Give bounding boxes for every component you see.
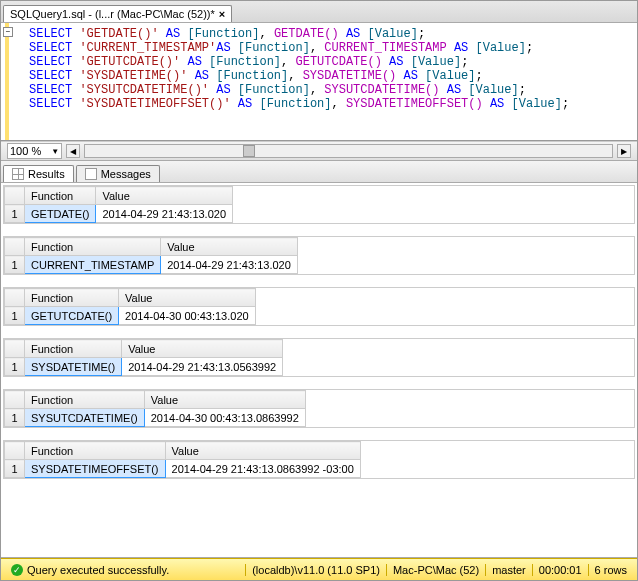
row-number-header bbox=[5, 187, 25, 205]
result-tab-bar: Results Messages bbox=[1, 161, 637, 183]
scroll-left-button[interactable]: ◀ bbox=[66, 144, 80, 158]
cell[interactable]: 2014-04-30 00:43:13.020 bbox=[119, 307, 256, 325]
table-row[interactable]: 1GETDATE()2014-04-29 21:43:13.020 bbox=[5, 205, 233, 223]
column-header[interactable]: Function bbox=[25, 340, 122, 358]
column-header[interactable]: Value bbox=[165, 442, 360, 460]
grid-icon bbox=[12, 168, 24, 180]
chevron-down-icon[interactable]: ▼ bbox=[51, 147, 59, 156]
messages-icon bbox=[85, 168, 97, 180]
cell[interactable]: 2014-04-30 00:43:13.0863992 bbox=[144, 409, 305, 427]
column-header[interactable]: Function bbox=[25, 187, 96, 205]
tab-results[interactable]: Results bbox=[3, 165, 74, 182]
table-row[interactable]: 1SYSDATETIME()2014-04-29 21:43:13.056399… bbox=[5, 358, 283, 376]
column-header[interactable]: Value bbox=[96, 187, 233, 205]
row-number-header bbox=[5, 289, 25, 307]
sql-editor-pane: − SELECT 'GETDATE()' AS [Function], GETD… bbox=[1, 23, 637, 141]
scroll-right-button[interactable]: ▶ bbox=[617, 144, 631, 158]
row-number-cell[interactable]: 1 bbox=[5, 205, 25, 223]
row-number-header bbox=[5, 340, 25, 358]
column-header[interactable]: Function bbox=[25, 238, 161, 256]
zoom-bar: 100 % ▼ ◀ ▶ bbox=[1, 141, 637, 161]
column-header[interactable]: Value bbox=[144, 391, 305, 409]
table-row[interactable]: 1CURRENT_TIMESTAMP2014-04-29 21:43:13.02… bbox=[5, 256, 298, 274]
row-number-cell[interactable]: 1 bbox=[5, 256, 25, 274]
status-message: Query executed successfully. bbox=[27, 564, 169, 576]
code-line: SELECT 'CURRENT_TIMESTAMP'AS [Function],… bbox=[29, 41, 633, 55]
row-number-header bbox=[5, 238, 25, 256]
file-tab[interactable]: SQLQuery1.sql - (l...r (Mac-PC\Mac (52))… bbox=[3, 5, 232, 22]
row-number-cell[interactable]: 1 bbox=[5, 307, 25, 325]
code-line: SELECT 'SYSDATETIMEOFFSET()' AS [Functio… bbox=[29, 97, 633, 111]
result-grid[interactable]: FunctionValue1GETUTCDATE()2014-04-30 00:… bbox=[3, 287, 635, 326]
status-elapsed: 00:00:01 bbox=[532, 564, 588, 576]
code-line: SELECT 'SYSUTCDATETIME()' AS [Function],… bbox=[29, 83, 633, 97]
column-header[interactable]: Value bbox=[122, 340, 283, 358]
file-tab-title: SQLQuery1.sql - (l...r (Mac-PC\Mac (52))… bbox=[10, 8, 215, 20]
cell[interactable]: GETDATE() bbox=[25, 205, 96, 223]
status-bar: ✓ Query executed successfully. (localdb)… bbox=[1, 558, 637, 580]
result-grid[interactable]: FunctionValue1SYSDATETIMEOFFSET()2014-04… bbox=[3, 440, 635, 479]
collapse-toggle-icon[interactable]: − bbox=[3, 27, 13, 37]
status-server: (localdb)\v11.0 (11.0 SP1) bbox=[245, 564, 386, 576]
cell[interactable]: SYSDATETIME() bbox=[25, 358, 122, 376]
cell[interactable]: GETUTCDATE() bbox=[25, 307, 119, 325]
tab-results-label: Results bbox=[28, 168, 65, 180]
column-header[interactable]: Value bbox=[161, 238, 298, 256]
code-line: SELECT 'GETDATE()' AS [Function], GETDAT… bbox=[29, 27, 633, 41]
result-grid[interactable]: FunctionValue1CURRENT_TIMESTAMP2014-04-2… bbox=[3, 236, 635, 275]
column-header[interactable]: Function bbox=[25, 289, 119, 307]
row-number-header bbox=[5, 442, 25, 460]
status-rows: 6 rows bbox=[588, 564, 633, 576]
cell[interactable]: SYSUTCDATETIME() bbox=[25, 409, 145, 427]
results-panel[interactable]: FunctionValue1GETDATE()2014-04-29 21:43:… bbox=[1, 183, 637, 558]
row-number-cell[interactable]: 1 bbox=[5, 409, 25, 427]
column-header[interactable]: Value bbox=[119, 289, 256, 307]
close-icon[interactable]: × bbox=[219, 8, 225, 20]
table-row[interactable]: 1SYSUTCDATETIME()2014-04-30 00:43:13.086… bbox=[5, 409, 306, 427]
status-login: Mac-PC\Mac (52) bbox=[386, 564, 485, 576]
cell[interactable]: 2014-04-29 21:43:13.020 bbox=[96, 205, 233, 223]
cell[interactable]: 2014-04-29 21:43:13.0563992 bbox=[122, 358, 283, 376]
result-grid[interactable]: FunctionValue1SYSDATETIME()2014-04-29 21… bbox=[3, 338, 635, 377]
zoom-value: 100 % bbox=[10, 145, 41, 157]
sql-editor[interactable]: SELECT 'GETDATE()' AS [Function], GETDAT… bbox=[5, 23, 637, 140]
scrollbar-thumb[interactable] bbox=[243, 145, 255, 157]
code-line: SELECT 'GETUTCDATE()' AS [Function], GET… bbox=[29, 55, 633, 69]
row-number-cell[interactable]: 1 bbox=[5, 460, 25, 478]
check-icon: ✓ bbox=[11, 564, 23, 576]
row-number-cell[interactable]: 1 bbox=[5, 358, 25, 376]
column-header[interactable]: Function bbox=[25, 442, 166, 460]
cell[interactable]: 2014-04-29 21:43:13.020 bbox=[161, 256, 298, 274]
code-line: SELECT 'SYSDATETIME()' AS [Function], SY… bbox=[29, 69, 633, 83]
zoom-combo[interactable]: 100 % ▼ bbox=[7, 143, 62, 159]
status-db: master bbox=[485, 564, 532, 576]
tab-messages-label: Messages bbox=[101, 168, 151, 180]
table-row[interactable]: 1SYSDATETIMEOFFSET()2014-04-29 21:43:13.… bbox=[5, 460, 361, 478]
editor-hscrollbar[interactable] bbox=[84, 144, 613, 158]
cell[interactable]: 2014-04-29 21:43:13.0863992 -03:00 bbox=[165, 460, 360, 478]
row-number-header bbox=[5, 391, 25, 409]
file-tab-bar: SQLQuery1.sql - (l...r (Mac-PC\Mac (52))… bbox=[1, 1, 637, 23]
result-grid[interactable]: FunctionValue1GETDATE()2014-04-29 21:43:… bbox=[3, 185, 635, 224]
cell[interactable]: CURRENT_TIMESTAMP bbox=[25, 256, 161, 274]
column-header[interactable]: Function bbox=[25, 391, 145, 409]
tab-messages[interactable]: Messages bbox=[76, 165, 160, 182]
table-row[interactable]: 1GETUTCDATE()2014-04-30 00:43:13.020 bbox=[5, 307, 256, 325]
cell[interactable]: SYSDATETIMEOFFSET() bbox=[25, 460, 166, 478]
result-grid[interactable]: FunctionValue1SYSUTCDATETIME()2014-04-30… bbox=[3, 389, 635, 428]
